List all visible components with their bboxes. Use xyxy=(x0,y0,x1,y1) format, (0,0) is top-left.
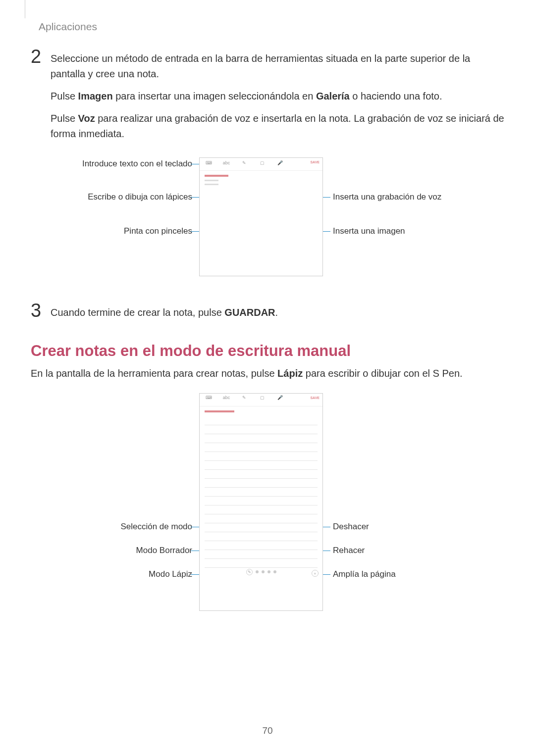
t: Pulse xyxy=(51,113,78,124)
page-number: 70 xyxy=(0,725,535,736)
step2-p2: Pulse Imagen para insertar una imagen se… xyxy=(51,89,504,104)
step2-p1: Seleccione un método de entrada en la ba… xyxy=(51,51,504,82)
pen-icon: abc xyxy=(217,160,235,169)
diagram-toolbar-callouts: Introduce texto con el teclado Escribe o… xyxy=(31,157,504,286)
callout-eraser: Modo Borrador xyxy=(136,546,192,555)
eraser-icon xyxy=(256,570,259,573)
t: para realizar una grabación de voz e ins… xyxy=(51,113,504,139)
callout-mode-select: Selección de modo xyxy=(120,522,192,532)
brush-icon: ✎ xyxy=(235,160,253,169)
step2-p3: Pulse Voz para realizar una grabación de… xyxy=(51,111,504,142)
mock-toolbar: ⌨ abc ✎ ▢ 🎤 xyxy=(200,158,322,171)
bold-guardar: GUARDAR xyxy=(224,307,275,318)
step-2: 2 Seleccione un método de entrada en la … xyxy=(31,47,504,149)
callout-voice: Inserta una grabación de voz xyxy=(333,192,441,202)
page-content: 2 Seleccione un método de entrada en la … xyxy=(31,47,504,621)
bold-voz: Voz xyxy=(78,113,95,124)
pen-icon: abc xyxy=(217,394,235,406)
mock-screen-2: ⌨ abc ✎ ▢ 🎤 SAVE ✎ + xyxy=(199,393,323,611)
step-number-2: 2 xyxy=(31,47,44,149)
brush-icon: ✎ xyxy=(235,394,253,406)
image-icon: ▢ xyxy=(253,394,271,406)
callout-pen: Escribe o dibuja con lápices xyxy=(88,192,192,202)
mock2-toolbar: ⌨ abc ✎ ▢ 🎤 xyxy=(200,394,322,406)
callout-pen-mode: Modo Lápiz xyxy=(149,569,192,579)
bold-galeria: Galería xyxy=(316,91,350,101)
keyboard-icon: ⌨ xyxy=(200,394,217,406)
section-body: En la pantalla de la herramienta para cr… xyxy=(31,366,504,381)
mock2-title-bar xyxy=(205,410,234,412)
save-label: SAVE xyxy=(310,396,320,400)
t: para escribir o dibujar con el S Pen. xyxy=(303,368,462,379)
redo-icon xyxy=(273,570,276,573)
save-label: SAVE xyxy=(310,160,320,164)
callout-expand: Amplía la página xyxy=(333,569,396,579)
mock-text-line xyxy=(205,184,218,185)
mock2-ruled-lines xyxy=(200,416,322,568)
bold-imagen: Imagen xyxy=(78,91,113,101)
callout-image: Inserta una imagen xyxy=(333,226,405,236)
t: En la pantalla de la herramienta para cr… xyxy=(31,368,277,379)
t: Cuando termine de crear la nota, pulse xyxy=(51,307,224,318)
section-heading: Crear notas en el modo de escritura manu… xyxy=(31,342,504,360)
callout-undo: Deshacer xyxy=(333,522,369,532)
keyboard-icon: ⌨ xyxy=(200,160,217,169)
callout-brush: Pinta con pinceles xyxy=(124,226,192,236)
callout-redo: Rehacer xyxy=(333,546,365,555)
expand-page-icon: + xyxy=(312,570,319,577)
voice-icon: 🎤 xyxy=(271,394,289,406)
undo-icon xyxy=(268,570,270,573)
mock-body xyxy=(200,171,322,192)
breadcrumb: Aplicaciones xyxy=(39,21,97,33)
diagram-handwriting-callouts: Selección de modo Modo Borrador Modo Láp… xyxy=(31,393,504,621)
bold-lapiz: Lápiz xyxy=(277,368,303,379)
step-3-body: Cuando termine de crear la nota, pulse G… xyxy=(51,301,278,327)
page-edge-line xyxy=(25,0,25,18)
t: . xyxy=(275,307,278,318)
pen-mode-icon: ✎ xyxy=(246,569,253,575)
step3-text: Cuando termine de crear la nota, pulse G… xyxy=(51,305,278,320)
voice-icon: 🎤 xyxy=(271,160,289,169)
step-2-body: Seleccione un método de entrada en la ba… xyxy=(51,47,504,149)
mock2-bottom-tools: ✎ xyxy=(200,567,322,577)
mode-select-icon xyxy=(262,570,265,573)
t: Pulse xyxy=(51,91,78,101)
mock-title-bar xyxy=(205,175,228,177)
t: o haciendo una foto. xyxy=(350,91,442,101)
mock-text-line xyxy=(205,180,218,181)
step-number-3: 3 xyxy=(31,301,44,327)
callout-keyboard: Introduce texto con el teclado xyxy=(82,159,192,169)
mock-screen-1: ⌨ abc ✎ ▢ 🎤 SAVE xyxy=(199,157,323,276)
t: para insertar una imagen seleccionándola… xyxy=(113,91,316,101)
image-icon: ▢ xyxy=(253,160,271,169)
step-3: 3 Cuando termine de crear la nota, pulse… xyxy=(31,301,504,327)
